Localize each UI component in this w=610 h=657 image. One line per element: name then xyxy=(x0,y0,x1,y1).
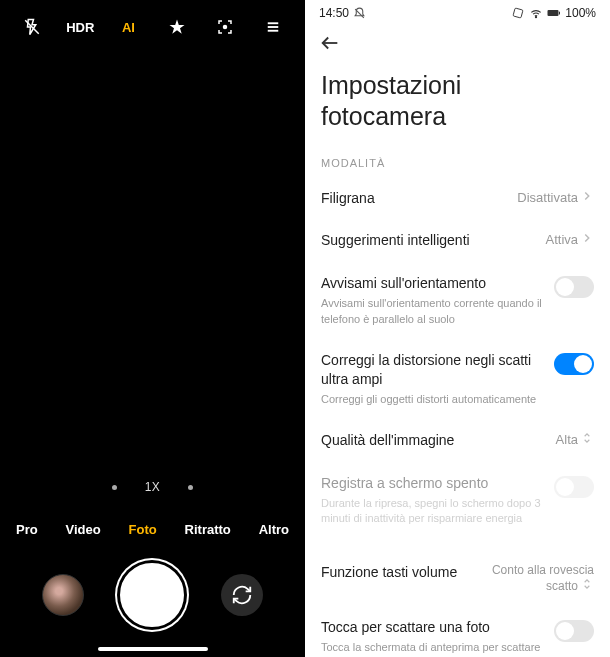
hdr-toggle[interactable]: HDR xyxy=(63,20,97,35)
setting-filigrana[interactable]: Filigrana Disattivata xyxy=(305,177,610,220)
title-line-1: Impostazioni xyxy=(321,70,594,101)
ai-toggle[interactable]: AI xyxy=(111,20,145,35)
battery-percent: 100% xyxy=(565,6,596,20)
camera-viewfinder[interactable] xyxy=(0,48,305,470)
camera-modes: Pro Video Foto Ritratto Altro xyxy=(0,512,305,551)
svg-rect-6 xyxy=(513,8,523,18)
frame-button[interactable] xyxy=(208,18,242,36)
chevron-right-icon xyxy=(580,189,594,206)
setting-title: Correggi la distorsione negli scatti ult… xyxy=(321,351,544,389)
camera-topbar: HDR AI xyxy=(0,0,305,48)
menu-button[interactable] xyxy=(256,18,290,36)
setting-subtitle: Tocca la schermata di anteprima per scat… xyxy=(321,640,544,655)
battery-icon xyxy=(547,6,561,20)
setting-suggerimenti[interactable]: Suggerimenti intelligenti Attiva xyxy=(305,219,610,262)
wifi-icon xyxy=(529,6,543,20)
setting-title: Filigrana xyxy=(321,189,507,208)
camera-settings-screen: 14:50 100% Impostazioni fotocamera MODAL… xyxy=(305,0,610,657)
svg-point-1 xyxy=(223,26,226,29)
setting-subtitle: Correggi gli oggetti distorti automatica… xyxy=(321,392,544,407)
flash-toggle[interactable] xyxy=(15,18,49,36)
section-label: MODALITÀ xyxy=(305,151,610,177)
setting-title: Registra a schermo spento xyxy=(321,474,544,493)
frame-icon xyxy=(216,18,234,36)
setting-subtitle: Durante la ripresa, spegni lo schermo do… xyxy=(321,496,544,527)
setting-title: Suggerimenti intelligenti xyxy=(321,231,535,250)
svg-point-7 xyxy=(536,17,537,18)
back-button[interactable] xyxy=(319,32,341,54)
setting-tocca: Tocca per scattare una foto Tocca la sch… xyxy=(305,606,610,657)
filter-button[interactable] xyxy=(160,18,194,36)
up-down-icon xyxy=(580,431,594,448)
setting-orientamento: Avvisami sull'orientamento Avvisami sull… xyxy=(305,262,610,339)
switch-camera-icon xyxy=(231,584,253,606)
mode-pro[interactable]: Pro xyxy=(16,522,38,537)
setting-distorsione: Correggi la distorsione negli scatti ult… xyxy=(305,339,610,419)
setting-subtitle: Avvisami sull'orientamento corrente quan… xyxy=(321,296,544,327)
shutter-button[interactable] xyxy=(120,563,184,627)
svg-rect-9 xyxy=(559,12,560,15)
mode-altro[interactable]: Altro xyxy=(259,522,289,537)
toggle-orientamento[interactable] xyxy=(554,276,594,298)
setting-title: Qualità dell'immagine xyxy=(321,431,546,450)
camera-app: HDR AI 1X Pro Video Foto Ritratto Altro xyxy=(0,0,305,657)
dnd-icon xyxy=(353,7,366,20)
setting-title: Avvisami sull'orientamento xyxy=(321,274,544,293)
zoom-dot xyxy=(188,485,193,490)
switch-camera-button[interactable] xyxy=(221,574,263,616)
setting-value: Attiva xyxy=(545,232,578,247)
home-indicator[interactable] xyxy=(98,647,208,651)
setting-value: Disattivata xyxy=(517,190,578,205)
toggle-distorsione[interactable] xyxy=(554,353,594,375)
zoom-bar[interactable]: 1X xyxy=(0,470,305,512)
setting-value: Alta xyxy=(556,432,578,447)
svg-rect-8 xyxy=(548,10,559,16)
setting-volume[interactable]: Funzione tasti volume Conto alla rovesci… xyxy=(305,551,610,607)
setting-schermo-spento: Registra a schermo spento Durante la rip… xyxy=(305,462,610,539)
mode-video[interactable]: Video xyxy=(66,522,101,537)
chevron-right-icon xyxy=(580,231,594,248)
zoom-dot xyxy=(112,485,117,490)
page-title: Impostazioni fotocamera xyxy=(305,64,610,151)
mode-foto[interactable]: Foto xyxy=(129,522,157,537)
gallery-thumbnail[interactable] xyxy=(42,574,84,616)
toggle-tocca[interactable] xyxy=(554,620,594,642)
camera-controls xyxy=(0,551,305,657)
setting-value-line2: scatto xyxy=(546,579,578,593)
status-time: 14:50 xyxy=(319,6,349,20)
status-bar: 14:50 100% xyxy=(305,0,610,24)
toggle-schermo-spento xyxy=(554,476,594,498)
rotate-lock-icon xyxy=(511,6,525,20)
setting-title: Funzione tasti volume xyxy=(321,563,482,582)
title-line-2: fotocamera xyxy=(321,101,594,132)
setting-qualita[interactable]: Qualità dell'immagine Alta xyxy=(305,419,610,462)
up-down-icon xyxy=(580,577,594,594)
setting-value-line1: Conto alla rovescia xyxy=(492,563,594,577)
setting-title: Tocca per scattare una foto xyxy=(321,618,544,637)
flash-off-icon xyxy=(23,18,41,36)
star-icon xyxy=(168,18,186,36)
mode-ritratto[interactable]: Ritratto xyxy=(185,522,231,537)
menu-icon xyxy=(264,18,282,36)
zoom-value: 1X xyxy=(145,480,161,494)
